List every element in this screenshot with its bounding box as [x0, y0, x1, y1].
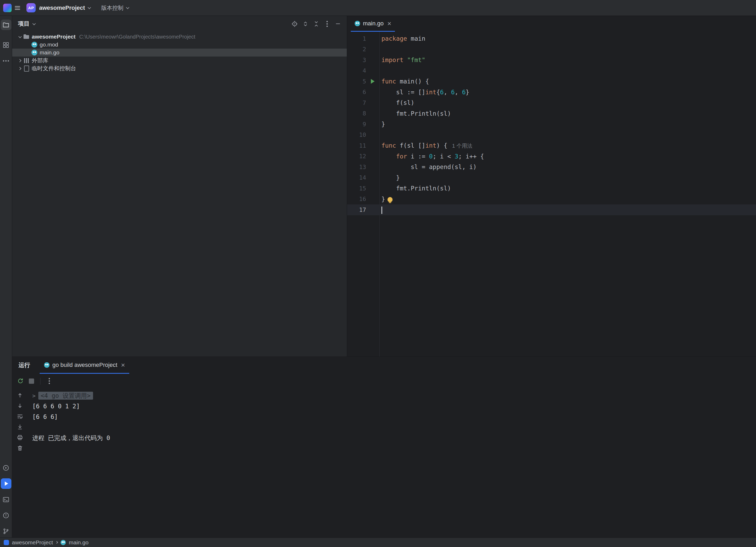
console-toolbar	[12, 388, 27, 537]
rerun-button[interactable]	[15, 376, 25, 386]
line-number: 4	[347, 67, 366, 74]
expand-all-button[interactable]	[301, 19, 310, 29]
project-badge[interactable]: AP	[26, 3, 36, 12]
console-line-1: ><4 go 设置调用>	[32, 390, 756, 401]
hamburger-menu-button[interactable]	[12, 2, 23, 14]
code-line-9[interactable]: 9}	[347, 119, 756, 130]
tree-item-go-mod[interactable]: go.mod	[12, 41, 347, 49]
code-text	[379, 205, 382, 215]
code-line-2[interactable]: 2	[347, 44, 756, 55]
services-tool-button[interactable]	[1, 462, 11, 473]
vcs-menu[interactable]: 版本控制	[101, 4, 128, 12]
folder-icon	[2, 21, 10, 29]
line-number: 17	[347, 207, 366, 213]
code-text: for i := 0; i < 3; i++ {	[379, 151, 484, 162]
play-circle-icon	[2, 464, 10, 471]
stop-button[interactable]	[26, 376, 36, 386]
chevron-down-icon	[18, 35, 22, 38]
run-panel-tab-bar: 运行 go build awesomeProject ×	[12, 357, 756, 374]
structure-tool-button[interactable]	[1, 40, 11, 50]
tree-item-external-libraries[interactable]: 外部库	[12, 57, 347, 64]
locate-icon	[291, 20, 298, 27]
run-line-icon[interactable]	[371, 79, 375, 84]
code-line-6[interactable]: 6 sl := []int{6, 6, 6}	[347, 87, 756, 98]
tree-chevron[interactable]	[16, 59, 23, 62]
line-number: 2	[347, 46, 366, 53]
code-line-12[interactable]: 12 for i := 0; i < 3; i++ {	[347, 151, 756, 162]
intention-bulb-icon[interactable]	[388, 197, 393, 202]
chevron-right-icon	[18, 67, 21, 70]
close-tab-icon[interactable]: ×	[121, 361, 125, 368]
code-line-7[interactable]: 7 f(sl)	[347, 98, 756, 108]
vcs-label: 版本控制	[101, 4, 123, 12]
project-tool-button[interactable]	[1, 20, 11, 30]
version-control-tool-button[interactable]	[1, 526, 11, 536]
close-tab-icon[interactable]: ×	[387, 20, 391, 27]
code-line-5[interactable]: 5func main() {	[347, 76, 756, 87]
folded-command[interactable]: <4 go 设置调用>	[38, 392, 93, 400]
run-panel: 运行 go build awesomeProject ×	[12, 356, 756, 537]
tree-chevron[interactable]	[16, 36, 23, 38]
run-gutter[interactable]	[366, 79, 379, 84]
tree-item-awesomeProject-root[interactable]: awesomeProjectC:\Users\meowr\GolandProje…	[12, 33, 347, 41]
chevron-down-icon	[33, 22, 36, 25]
code-text: fmt.Println(sl)	[379, 108, 451, 119]
project-panel: 项目	[12, 16, 347, 356]
soft-wrap-button[interactable]	[16, 412, 24, 421]
title-bar: AP awesomeProject 版本控制	[0, 0, 756, 16]
more-tool-windows-button[interactable]	[1, 55, 11, 66]
tree-chevron[interactable]	[16, 67, 23, 70]
line-number: 13	[347, 164, 366, 170]
breadcrumb-project[interactable]: awesomeProject	[12, 539, 53, 546]
project-panel-title[interactable]: 项目	[18, 20, 35, 28]
prev-occurrence-button[interactable]	[16, 391, 24, 400]
run-panel-title[interactable]: 运行	[19, 361, 30, 369]
code-line-11[interactable]: 11func f(sl []int) {1 个用法	[347, 140, 756, 151]
kebab-menu-icon	[326, 23, 328, 25]
code-line-17[interactable]: 17	[347, 205, 756, 215]
clear-console-button[interactable]	[16, 444, 24, 452]
code-line-16[interactable]: 16}	[347, 194, 756, 205]
status-bar: awesomeProject main.go	[0, 537, 756, 547]
tree-item-label: 临时文件和控制台	[32, 65, 76, 72]
terminal-tool-button[interactable]	[1, 494, 11, 505]
console-output[interactable]: ><4 go 设置调用>[6 6 6 0 1 2][6 6 6]进程 已完成，退…	[27, 388, 756, 537]
code-line-8[interactable]: 8 fmt.Println(sl)	[347, 108, 756, 119]
code-line-13[interactable]: 13 sl = append(sl, i)	[347, 162, 756, 173]
editor-tab-label: main.go	[363, 20, 384, 27]
scroll-to-end-button[interactable]	[16, 423, 24, 431]
kebab-menu-icon	[49, 380, 50, 382]
editor-tab-main-go[interactable]: main.go ×	[351, 16, 395, 32]
code-line-3[interactable]: 3import "fmt"	[347, 55, 756, 66]
code-line-15[interactable]: 15 fmt.Println(sl)	[347, 183, 756, 194]
code-line-10[interactable]: 10	[347, 130, 756, 141]
tree-item-main-go[interactable]: main.go	[12, 49, 347, 57]
run-configuration-tab[interactable]: go build awesomeProject ×	[40, 357, 129, 374]
project-panel-header: 项目	[12, 16, 347, 32]
project-switcher[interactable]: awesomeProject	[39, 4, 90, 11]
tree-item-path: C:\Users\meowr\GolandProjects\awesomePro…	[79, 34, 195, 40]
code-line-1[interactable]: 1package main	[347, 33, 756, 44]
bottom-tool-buttons	[1, 462, 11, 537]
locate-file-button[interactable]	[290, 19, 299, 29]
run-tool-button[interactable]	[1, 478, 11, 489]
code-line-4[interactable]: 4	[347, 66, 756, 76]
next-occurrence-button[interactable]	[16, 401, 24, 410]
hide-panel-button[interactable]	[333, 19, 343, 29]
collapse-all-button[interactable]	[311, 19, 321, 29]
line-number: 12	[347, 153, 366, 160]
problems-tool-button[interactable]	[1, 510, 11, 521]
project-options-button[interactable]	[322, 19, 332, 29]
print-button[interactable]	[16, 433, 24, 442]
console-line-3: [6 6 6]	[32, 411, 756, 422]
code-text: }	[379, 119, 385, 130]
more-horizontal-icon	[5, 60, 7, 62]
run-options-button[interactable]	[44, 376, 54, 386]
code-area[interactable]: 1package main23import "fmt"45func main()…	[347, 32, 756, 356]
arrow-up-icon	[17, 392, 23, 398]
hamburger-icon	[15, 8, 20, 8]
breadcrumb-file[interactable]: main.go	[69, 539, 89, 546]
code-line-14[interactable]: 14 }	[347, 173, 756, 183]
tree-item-scratches-and-consoles[interactable]: 临时文件和控制台	[12, 64, 347, 72]
chevron-right-icon	[18, 59, 21, 62]
